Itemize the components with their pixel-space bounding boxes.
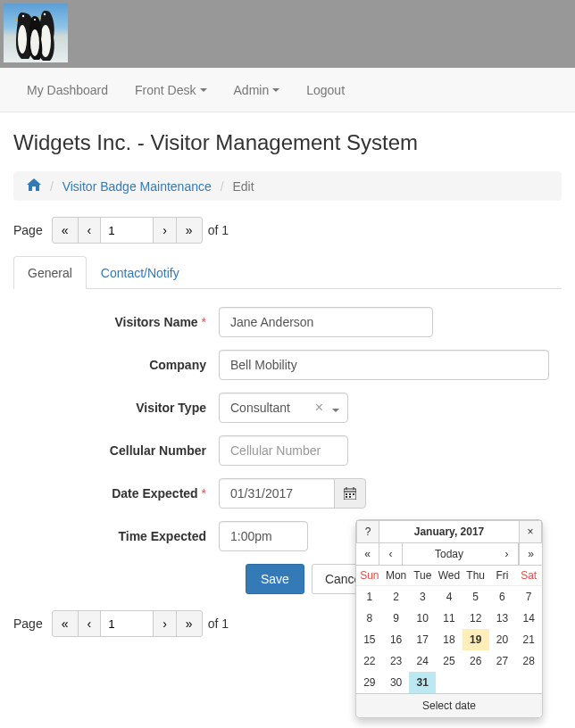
logo-image [4, 4, 68, 62]
nav-admin[interactable]: Admin [221, 70, 294, 111]
pager-first-button[interactable]: « [52, 610, 79, 637]
datepicker-popup: ? January, 2017 × « ‹ Today › » SunMonTu… [355, 519, 543, 667]
datepicker-dow: Thu [462, 566, 489, 586]
breadcrumb-active: Edit [232, 179, 254, 194]
datepicker-day[interactable]: 23 [383, 650, 410, 667]
pager-top: Page « ‹ › » of 1 [13, 217, 562, 244]
svg-point-1 [22, 15, 24, 17]
datepicker-day[interactable]: 5 [462, 586, 489, 608]
datepicker-day[interactable]: 16 [383, 629, 410, 650]
datepicker-day[interactable]: 7 [515, 586, 542, 608]
label-date-expected: Date Expected * [13, 486, 219, 500]
svg-rect-11 [349, 493, 351, 495]
datepicker-dow: Mon [383, 566, 410, 586]
datepicker-day[interactable]: 21 [515, 629, 542, 650]
caret-icon [272, 88, 279, 92]
datepicker-day[interactable]: 15 [356, 629, 383, 650]
breadcrumb: / Visitor Badge Maintenance / Edit [13, 171, 562, 201]
pager-prev-button[interactable]: ‹ [78, 610, 102, 637]
datepicker-day[interactable]: 1 [356, 586, 383, 608]
pager-last-button[interactable]: » [176, 610, 203, 637]
datepicker-day[interactable]: 14 [515, 608, 542, 629]
datepicker-help-button[interactable]: ? [356, 520, 379, 543]
datepicker-prev-month[interactable]: ‹ [379, 543, 403, 565]
caret-icon [200, 88, 207, 92]
date-expected-input[interactable] [219, 478, 335, 509]
datepicker-day[interactable]: 26 [462, 650, 489, 667]
pager-of: of 1 [208, 616, 229, 631]
label-visitor-type: Visitor Type [13, 401, 219, 415]
top-banner [0, 0, 575, 68]
svg-point-4 [30, 29, 39, 56]
pager-first-button[interactable]: « [52, 217, 79, 244]
svg-point-3 [44, 13, 46, 15]
cellular-input[interactable] [219, 435, 348, 466]
calendar-button[interactable] [334, 478, 366, 509]
pager-prev-button[interactable]: ‹ [78, 217, 102, 244]
pager-of: of 1 [208, 223, 229, 237]
visitors-name-input[interactable] [219, 307, 433, 337]
datepicker-close-button[interactable]: × [519, 520, 542, 543]
pager-input[interactable] [100, 217, 154, 244]
datepicker-day[interactable]: 13 [489, 608, 516, 629]
label-cellular: Cellular Number [13, 443, 219, 458]
svg-point-5 [34, 19, 36, 21]
pager-label: Page [13, 223, 43, 237]
chevron-down-icon[interactable] [329, 401, 339, 415]
svg-rect-12 [353, 493, 354, 495]
breadcrumb-sep: / [45, 179, 59, 194]
nav-logout[interactable]: Logout [293, 70, 358, 111]
save-button[interactable]: Save [246, 564, 304, 594]
tab-general[interactable]: General [13, 256, 87, 289]
datepicker-day[interactable]: 11 [436, 608, 462, 629]
nav-admin-label: Admin [234, 83, 270, 97]
svg-rect-10 [346, 493, 347, 495]
datepicker-next-month[interactable]: › [496, 543, 519, 565]
nav-my-dashboard[interactable]: My Dashboard [13, 70, 121, 111]
datepicker-title[interactable]: January, 2017 [379, 520, 519, 543]
datepicker-day[interactable]: 2 [383, 586, 410, 608]
datepicker-day[interactable]: 8 [356, 608, 383, 629]
datepicker-day[interactable]: 19 [462, 629, 489, 650]
svg-rect-14 [349, 496, 351, 498]
tab-bar: General Contact/Notify [13, 256, 562, 289]
nav-front-desk[interactable]: Front Desk [121, 70, 220, 111]
datepicker-day[interactable]: 10 [409, 608, 436, 629]
datepicker-today-button[interactable]: Today [403, 543, 496, 565]
datepicker-day[interactable]: 24 [409, 650, 436, 667]
calendar-icon [344, 487, 356, 500]
company-input[interactable] [219, 350, 549, 380]
datepicker-day[interactable]: 18 [436, 629, 462, 650]
clear-icon[interactable]: × [315, 400, 323, 416]
time-expected-input[interactable] [219, 521, 308, 551]
datepicker-dow: Wed [436, 566, 462, 586]
datepicker-day[interactable]: 17 [409, 629, 436, 650]
svg-rect-13 [346, 496, 347, 498]
datepicker-day[interactable]: 9 [383, 608, 410, 629]
datepicker-day[interactable]: 3 [409, 586, 436, 608]
datepicker-day[interactable]: 20 [489, 629, 516, 650]
datepicker-prev-year[interactable]: « [356, 543, 379, 565]
datepicker-day[interactable]: 27 [489, 650, 516, 667]
datepicker-day[interactable]: 6 [489, 586, 516, 608]
pager-next-button[interactable]: › [153, 217, 177, 244]
datepicker-day[interactable]: 12 [462, 608, 489, 629]
pager-input[interactable] [100, 610, 154, 637]
datepicker-day[interactable]: 28 [515, 650, 542, 667]
home-icon[interactable] [27, 179, 45, 194]
datepicker-day[interactable]: 25 [436, 650, 462, 667]
datepicker-day[interactable]: 4 [436, 586, 462, 608]
pager-label: Page [13, 616, 43, 631]
page-title: Widgets Inc. - Visitor Management System [13, 130, 562, 155]
datepicker-dow: Sat [515, 566, 542, 586]
pager-last-button[interactable]: » [176, 217, 203, 244]
nav-front-desk-label: Front Desk [135, 83, 196, 97]
datepicker-next-year[interactable]: » [519, 543, 542, 565]
tab-contact-notify[interactable]: Contact/Notify [87, 256, 194, 289]
breadcrumb-sep: / [215, 179, 229, 194]
pager-next-button[interactable]: › [153, 610, 177, 637]
datepicker-day[interactable]: 22 [356, 650, 383, 667]
label-visitors-name: Visitors Name * [13, 315, 219, 329]
breadcrumb-link[interactable]: Visitor Badge Maintenance [62, 179, 212, 194]
svg-point-0 [18, 25, 27, 54]
